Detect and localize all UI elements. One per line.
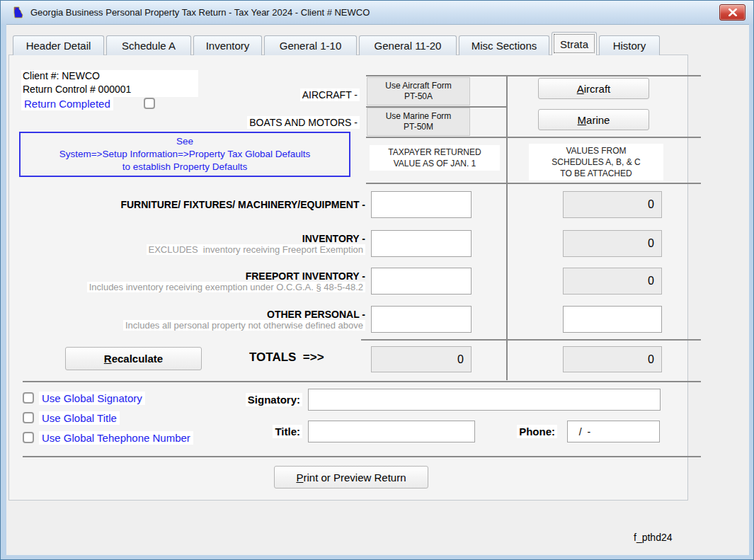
taxpayer-returned-header: TAXPAYER RETURNED VALUE AS OF JAN. 1 xyxy=(370,145,500,171)
freeport-taxpayer-input[interactable] xyxy=(371,268,472,295)
use-global-signatory-label: Use Global Signatory xyxy=(39,392,145,405)
inventory-row-label: INVENTORY - EXCLUDES inventory receiving… xyxy=(147,230,365,257)
use-global-signatory-checkbox[interactable] xyxy=(23,392,34,404)
divider xyxy=(506,75,508,380)
close-button[interactable] xyxy=(719,4,746,21)
use-global-title-row: Use Global Title xyxy=(23,411,120,425)
tab-bar: Header Detail Schedule A Inventory Gener… xyxy=(13,33,662,55)
furniture-taxpayer-input[interactable] xyxy=(371,191,472,218)
inventory-taxpayer-input[interactable] xyxy=(371,230,472,257)
divider xyxy=(366,75,701,76)
app-window: Georgia Business Personal Property Tax R… xyxy=(0,0,754,560)
marine-form-note: Use Marine Form PT-50M xyxy=(367,108,470,136)
other-personal-taxpayer-input[interactable] xyxy=(371,306,472,333)
window-title: Georgia Business Personal Property Tax R… xyxy=(30,7,370,18)
georgia-state-icon xyxy=(11,6,24,19)
divider xyxy=(366,183,701,184)
totals-label: TOTALS =>> xyxy=(249,350,324,365)
use-global-title-checkbox[interactable] xyxy=(23,412,34,423)
furniture-row-label: FURNITURE/ FIXTURES/ MACHINERY/EQUIPMENT… xyxy=(120,191,365,218)
title-label: Title: xyxy=(273,425,302,438)
freeport-row-label: FREEPORT INVENTORY - Includes inventory … xyxy=(87,268,365,295)
recalculate-button[interactable]: Recalculate xyxy=(65,347,202,370)
tab-inventory[interactable]: Inventory xyxy=(193,35,262,55)
strata-tab-panel: Client #: NEWCO Return Control # 000001 … xyxy=(8,55,688,501)
other-personal-row-label: OTHER PERSONAL - Includes all personal p… xyxy=(123,306,365,333)
tab-schedule-a[interactable]: Schedule A xyxy=(106,35,191,55)
signatory-input[interactable] xyxy=(308,389,661,411)
furniture-schedule-value: 0 xyxy=(563,191,662,218)
tab-misc-sections[interactable]: Misc Sections xyxy=(459,35,549,55)
use-global-telephone-row: Use Global Tehephone Number xyxy=(23,430,193,445)
signatory-label: Signatory: xyxy=(246,393,302,406)
inventory-schedule-value: 0 xyxy=(563,230,662,257)
tab-strata[interactable]: Strata xyxy=(552,32,597,55)
section-separator xyxy=(23,381,701,382)
other-personal-schedule-input[interactable] xyxy=(563,306,662,333)
use-global-telephone-label: Use Global Tehephone Number xyxy=(39,431,193,445)
print-or-preview-button[interactable]: Print or Preview Return xyxy=(274,466,428,488)
return-completed-checkbox[interactable] xyxy=(144,98,155,109)
tab-general-1-10[interactable]: General 1-10 xyxy=(264,35,357,55)
use-global-signatory-row: Use Global Signatory xyxy=(23,391,145,405)
property-defaults-note: See System=>Setup Information=>Property … xyxy=(19,132,350,177)
divider xyxy=(361,339,701,341)
close-icon xyxy=(728,6,738,19)
use-global-telephone-checkbox[interactable] xyxy=(23,432,34,443)
tab-history[interactable]: History xyxy=(599,35,660,55)
return-completed-label: Return Completed xyxy=(21,97,113,110)
boats-and-motors-label: BOATS AND MOTORS - xyxy=(247,116,360,129)
title-input[interactable] xyxy=(308,421,475,442)
titlebar[interactable]: Georgia Business Personal Property Tax R… xyxy=(1,1,753,24)
aircraft-button[interactable]: Aircraft xyxy=(538,78,649,99)
tab-header-detail[interactable]: Header Detail xyxy=(13,35,104,55)
schedule-total-value: 0 xyxy=(563,346,662,372)
taxpayer-total-value: 0 xyxy=(371,346,472,372)
form-id-label: f_pthd24 xyxy=(634,532,673,543)
aircraft-form-note: Use Aircraft Form PT-50A xyxy=(367,77,470,105)
dialog-body: Header Detail Schedule A Inventory Gener… xyxy=(6,24,749,555)
tab-general-11-20[interactable]: General 11-20 xyxy=(359,35,457,55)
phone-label: Phone: xyxy=(517,425,557,438)
aircraft-label: AIRCRAFT - xyxy=(300,88,360,101)
schedules-values-header: VALUES FROM SCHEDULES A, B, & C TO BE AT… xyxy=(529,144,663,181)
marine-button[interactable]: Marine xyxy=(538,109,649,130)
section-separator xyxy=(23,456,701,457)
use-global-title-label: Use Global Title xyxy=(39,411,120,425)
phone-input[interactable] xyxy=(567,421,660,442)
divider xyxy=(366,137,701,138)
return-control-label: Return Control # 000001 xyxy=(21,84,198,97)
freeport-schedule-value: 0 xyxy=(563,268,662,295)
client-number-label: Client #: NEWCO xyxy=(21,70,198,84)
